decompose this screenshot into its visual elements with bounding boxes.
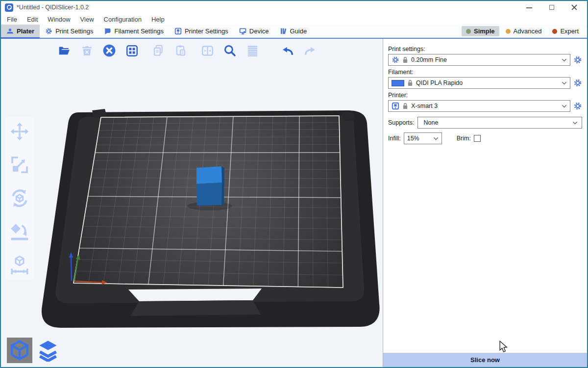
print-settings-dropdown[interactable]: 0.20mm Fine xyxy=(388,54,570,66)
printer-label: Printer: xyxy=(388,92,582,99)
undo-icon xyxy=(281,44,294,57)
device-icon xyxy=(239,27,246,35)
edit-filament-button[interactable] xyxy=(573,79,582,87)
slice-now-button[interactable]: Slice now xyxy=(383,353,587,367)
mode-label: Expert xyxy=(560,27,579,35)
chevron-down-icon xyxy=(562,105,567,108)
delete-button[interactable] xyxy=(77,41,96,60)
title-bar: *Untitled - QIDISlicer-1.0.2 xyxy=(1,1,587,14)
tab-plater[interactable]: Plater xyxy=(1,25,40,38)
brim-label: Brim: xyxy=(457,135,471,142)
menu-configuration[interactable]: Configuration xyxy=(99,15,147,24)
mode-label: Advanced xyxy=(514,27,542,35)
paste-button[interactable] xyxy=(172,41,190,60)
infill-label: Infill: xyxy=(388,135,401,142)
print-settings-label: Print settings: xyxy=(388,46,582,53)
tab-print-settings[interactable]: Print Settings xyxy=(40,25,98,38)
open-folder-icon xyxy=(58,44,71,57)
rotate-button[interactable] xyxy=(8,187,31,210)
gear-icon xyxy=(573,102,582,110)
tab-device[interactable]: Device xyxy=(234,25,274,38)
window-title: *Untitled - QIDISlicer-1.0.2 xyxy=(17,4,526,11)
filament-dropdown[interactable]: QIDI PLA Rapido xyxy=(388,77,570,89)
menu-help[interactable]: Help xyxy=(147,15,170,24)
printer-dropdown[interactable]: X-smart 3 xyxy=(388,100,570,112)
preview-button[interactable] xyxy=(35,338,61,363)
mode-selector: Simple Advanced Expert xyxy=(462,25,587,38)
tab-label: Print Settings xyxy=(55,27,93,35)
tab-guide[interactable]: Guide xyxy=(274,25,313,38)
search-button[interactable] xyxy=(220,41,239,60)
3d-editor-view-button[interactable] xyxy=(7,338,32,363)
move-button[interactable] xyxy=(8,120,31,143)
bed-handle-bar xyxy=(130,300,261,316)
chevron-down-icon xyxy=(572,121,578,125)
3d-viewport[interactable] xyxy=(1,39,383,367)
edit-print-settings-button[interactable] xyxy=(573,55,582,64)
tab-printer-settings[interactable]: Printer Settings xyxy=(169,25,234,38)
view-toolbar xyxy=(7,338,61,363)
filament-value: QIDI PLA Rapido xyxy=(416,79,559,86)
close-icon[interactable] xyxy=(571,4,577,10)
simple-dot-icon xyxy=(466,29,471,34)
advanced-dot-icon xyxy=(506,29,511,34)
print-settings-value: 0.20mm Fine xyxy=(411,56,559,63)
delete-all-icon xyxy=(102,44,116,57)
split-to-objects-button[interactable] xyxy=(198,41,217,60)
expert-dot-icon xyxy=(552,29,557,34)
supports-value: None xyxy=(424,119,572,126)
paste-icon xyxy=(174,44,187,57)
print-bed-scene xyxy=(1,39,383,367)
maximize-icon[interactable] xyxy=(549,4,555,10)
tab-label: Guide xyxy=(290,27,307,35)
split-window-icon xyxy=(201,44,214,57)
tab-label: Plater xyxy=(17,27,34,35)
tab-label: Device xyxy=(249,27,269,35)
delete-all-button[interactable] xyxy=(100,41,119,60)
guide-icon xyxy=(280,27,287,35)
mode-expert[interactable]: Expert xyxy=(548,26,583,36)
supports-dropdown[interactable]: None xyxy=(417,117,582,129)
filament-label: Filament: xyxy=(388,69,582,76)
undo-button[interactable] xyxy=(278,41,297,60)
scale-button[interactable] xyxy=(8,154,31,176)
mode-simple[interactable]: Simple xyxy=(462,26,499,36)
place-on-face-icon xyxy=(9,221,30,242)
lock-icon xyxy=(402,56,408,63)
bed-clip-right xyxy=(341,111,355,121)
app-logo-icon xyxy=(5,3,13,12)
measure-button[interactable] xyxy=(8,254,31,276)
measure-icon xyxy=(9,255,30,275)
copy-button[interactable] xyxy=(149,41,168,60)
arrange-button[interactable] xyxy=(122,41,141,60)
printer-icon xyxy=(392,102,399,110)
copy-icon xyxy=(152,44,165,57)
tab-filament-settings[interactable]: Filament Settings xyxy=(98,25,169,38)
arrange-icon xyxy=(125,44,139,57)
place-on-face-button[interactable] xyxy=(8,220,31,243)
gear-icon xyxy=(573,55,582,64)
app-window: *Untitled - QIDISlicer-1.0.2 File Edit W… xyxy=(0,0,588,368)
edit-printer-button[interactable] xyxy=(573,102,582,110)
lock-icon xyxy=(402,103,408,109)
brim-checkbox[interactable] xyxy=(474,135,481,142)
open-button[interactable] xyxy=(55,41,74,60)
menu-window[interactable]: Window xyxy=(43,15,75,24)
variable-layer-height-button[interactable] xyxy=(243,41,262,60)
menu-view[interactable]: View xyxy=(75,15,99,24)
settings-sidebar: Print settings: 0.20mm Fine Filament: QI… xyxy=(383,39,587,367)
redo-icon xyxy=(303,44,317,57)
infill-dropdown[interactable]: 15% xyxy=(404,132,442,144)
plater-icon xyxy=(6,27,14,35)
gizmo-toolbar xyxy=(5,117,34,279)
mode-advanced[interactable]: Advanced xyxy=(501,26,546,36)
infill-value: 15% xyxy=(407,135,433,142)
redo-button[interactable] xyxy=(301,41,319,60)
search-icon xyxy=(223,44,237,57)
scale-icon xyxy=(10,155,29,175)
minimize-icon[interactable] xyxy=(526,4,532,10)
menu-edit[interactable]: Edit xyxy=(22,15,43,24)
filament-icon xyxy=(104,27,111,35)
menu-file[interactable]: File xyxy=(2,15,22,24)
model-cube[interactable] xyxy=(196,166,224,206)
